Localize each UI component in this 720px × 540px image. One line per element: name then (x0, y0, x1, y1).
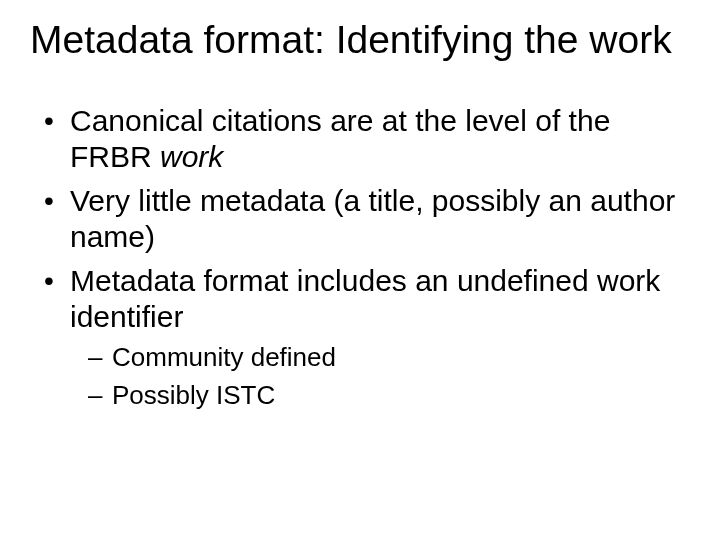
sub-bullet-1-text: Community defined (112, 342, 336, 372)
sub-bullet-2-text: Possibly ISTC (112, 380, 275, 410)
bullet-item-1: Canonical citations are at the level of … (70, 103, 690, 175)
bullet-1-italic: work (160, 140, 223, 173)
bullet-item-2: Very little metadata (a title, possibly … (70, 183, 690, 255)
bullet-item-3: Metadata format includes an undefined wo… (70, 263, 690, 413)
slide-title: Metadata format: Identifying the work (30, 18, 690, 63)
bullet-2-text: Very little metadata (a title, possibly … (70, 184, 675, 253)
slide: Metadata format: Identifying the work Ca… (0, 0, 720, 540)
bullet-3-text: Metadata format includes an undefined wo… (70, 264, 660, 333)
bullet-1-text: Canonical citations are at the level of … (70, 104, 610, 173)
sub-bullet-1: Community defined (112, 341, 690, 375)
sub-bullet-2: Possibly ISTC (112, 379, 690, 413)
sub-bullet-list: Community defined Possibly ISTC (70, 341, 690, 413)
bullet-list: Canonical citations are at the level of … (30, 103, 690, 413)
